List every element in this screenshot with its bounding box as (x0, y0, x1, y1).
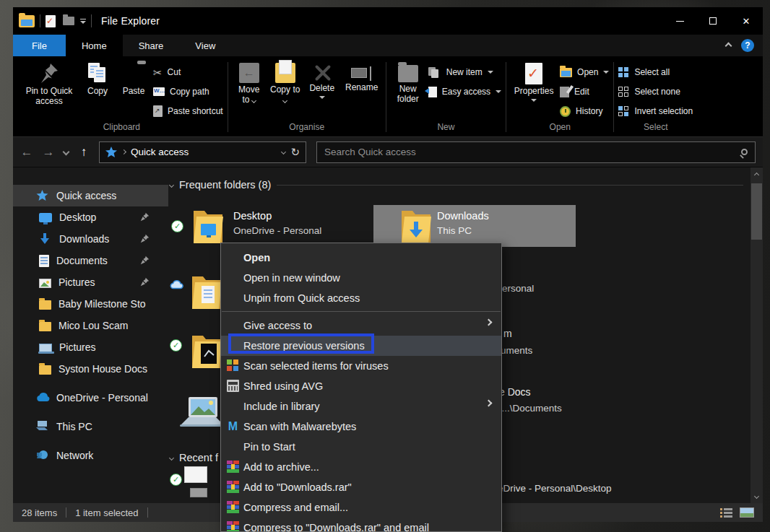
copy-to-button[interactable]: Copy to (269, 62, 302, 106)
copy-icon (88, 63, 107, 84)
collapse-ribbon-icon[interactable] (725, 42, 732, 49)
history-button[interactable]: History (560, 103, 609, 120)
menu-item-give-access-to[interactable]: Give access to (221, 315, 501, 336)
open-button[interactable]: Open (560, 64, 609, 81)
breadcrumb-chevron-icon (121, 149, 126, 154)
tab-share[interactable]: Share (123, 35, 180, 56)
sidebar-item-this-pc[interactable]: This PC (13, 416, 168, 437)
menu-item-open-in-new-window[interactable]: Open in new window (221, 268, 501, 288)
select-all-button[interactable]: Select all (618, 64, 693, 81)
menu-item-scan-with-malwarebytes[interactable]: M Scan with Malwarebytes (221, 417, 501, 437)
window-controls: ✕ (663, 7, 763, 35)
folder-tile-downloads[interactable]: Downloads This PC (373, 205, 576, 247)
properties-icon (525, 63, 542, 84)
folder-tile-desktop[interactable]: ✓ Desktop OneDrive - Personal (170, 205, 372, 247)
ribbon-group-clipboard: Pin to Quick access Copy Paste ✂ (16, 56, 228, 136)
help-icon[interactable]: ? (741, 39, 754, 52)
cut-button[interactable]: ✂ Cut (153, 64, 223, 81)
recent-file-thumbnail[interactable] (190, 488, 207, 497)
menu-item-include-in-library[interactable]: Include in library (221, 396, 501, 417)
sidebar-item-network[interactable]: Network (13, 445, 168, 466)
vertical-scrollbar[interactable] (750, 167, 763, 503)
organise-group-label: Organise (228, 122, 386, 136)
recent-locations-icon[interactable] (63, 149, 70, 156)
refresh-icon[interactable]: ↻ (290, 146, 300, 159)
new-folder-button[interactable]: New folder (391, 62, 425, 105)
sidebar-item-desktop[interactable]: Desktop (13, 206, 168, 228)
tile-fragment-location: e...\Documents (496, 403, 562, 414)
paste-label: Paste (123, 87, 145, 97)
paste-shortcut-button[interactable]: Paste shortcut (153, 103, 223, 120)
qat-customize-dropdown[interactable] (80, 19, 86, 24)
collapse-section-icon[interactable] (169, 455, 174, 460)
scroll-up-icon[interactable] (750, 169, 763, 180)
search-icon[interactable] (741, 149, 748, 155)
move-to-label: Move to (234, 85, 264, 105)
invert-selection-button[interactable]: Invert selection (618, 103, 693, 120)
pin-to-quick-access-button[interactable]: Pin to Quick access (20, 62, 78, 108)
menu-item-compress-to-downloads-rar-and-email[interactable]: Compress to "Downloads.rar" and email (221, 518, 501, 532)
sidebar-item-pictures-device[interactable]: Pictures (13, 336, 168, 358)
new-item-label: New item (446, 67, 483, 77)
quick-access-star-icon (36, 190, 49, 201)
documents-icon (39, 255, 49, 267)
menu-item-compress-and-email[interactable]: Compress and email... (221, 497, 501, 518)
menu-item-restore-previous-versions[interactable]: Restore previous versions (221, 336, 501, 356)
forward-icon[interactable]: → (39, 145, 58, 160)
context-menu: Open Open in new window Unpin from Quick… (220, 243, 502, 532)
select-none-button[interactable]: Select none (618, 83, 693, 100)
menu-item-open[interactable]: Open (221, 248, 501, 268)
new-small-buttons: New item Easy access (428, 62, 501, 100)
tab-view[interactable]: View (179, 35, 231, 56)
new-item-icon (428, 67, 441, 77)
menu-item-unpin-from-quick-access[interactable]: Unpin from Quick access (221, 288, 501, 308)
new-item-button[interactable]: New item (428, 64, 501, 81)
large-icons-view-icon[interactable] (740, 507, 754, 518)
desktop-folder-icon (191, 207, 225, 247)
paste-button[interactable]: Paste (117, 62, 150, 97)
sidebar-item-quick-access[interactable]: Quick access (13, 185, 168, 206)
frequent-folders-header[interactable]: Frequent folders (8) (170, 179, 743, 191)
tab-file[interactable]: File (13, 35, 66, 56)
delete-button[interactable]: Delete (305, 62, 339, 100)
maximize-button[interactable] (696, 7, 730, 35)
details-view-icon[interactable] (720, 508, 732, 518)
minimize-button[interactable] (663, 7, 696, 35)
sidebar-item-baby-milestone[interactable]: Baby Milestone Sto (13, 293, 168, 315)
sidebar-item-mico-lou-scam[interactable]: Mico Lou Scam (13, 315, 168, 336)
menu-item-add-to-archive[interactable]: Add to archive... (221, 457, 501, 477)
scrollbar-thumb[interactable] (751, 183, 762, 240)
edit-button[interactable]: Edit (560, 83, 609, 100)
sidebar-item-downloads[interactable]: Downloads (13, 228, 168, 250)
address-bar[interactable]: Quick access ↻ (99, 141, 306, 163)
tab-home[interactable]: Home (66, 35, 123, 56)
back-icon[interactable]: ← (17, 145, 36, 160)
move-to-button[interactable]: Move to (233, 62, 266, 106)
properties-button[interactable]: Properties (511, 62, 557, 103)
up-icon[interactable]: ↑ (74, 145, 93, 160)
menu-item-scan-selected-items-for-viruses[interactable]: Scan selected items for viruses (221, 356, 501, 376)
pushpin-icon (40, 63, 59, 84)
menu-item-pin-to-start[interactable]: Pin to Start (221, 437, 501, 457)
qat-new-folder-icon[interactable] (63, 17, 74, 25)
address-dropdown-icon[interactable] (281, 149, 286, 154)
scroll-down-icon[interactable] (750, 490, 763, 502)
onedrive-cloud-icon (36, 392, 49, 404)
close-button[interactable]: ✕ (730, 7, 763, 35)
recent-file-thumbnail[interactable] (184, 466, 207, 483)
sidebar-item-documents[interactable]: Documents (13, 250, 168, 271)
search-input[interactable]: Search Quick access (316, 141, 756, 163)
collapse-section-icon[interactable] (169, 182, 174, 187)
copy-button[interactable]: Copy (81, 62, 114, 97)
sidebar-item-pictures[interactable]: Pictures (13, 271, 168, 293)
copy-path-button[interactable]: Copy path (153, 83, 223, 100)
sidebar-item-syston-house-docs[interactable]: Syston House Docs (13, 358, 168, 380)
rename-button[interactable]: Rename (342, 62, 381, 94)
ribbon-tabs: File Home Share View ? (13, 35, 763, 56)
menu-item-add-to-downloads-rar[interactable]: Add to "Downloads.rar" (221, 477, 501, 497)
qat-properties-icon[interactable] (46, 15, 56, 27)
easy-access-button[interactable]: Easy access (428, 83, 501, 100)
menu-item-shred-using-avg[interactable]: Shred using AVG (221, 376, 501, 396)
submenu-arrow-icon (485, 400, 493, 407)
sidebar-item-onedrive[interactable]: OneDrive - Personal (13, 387, 168, 409)
